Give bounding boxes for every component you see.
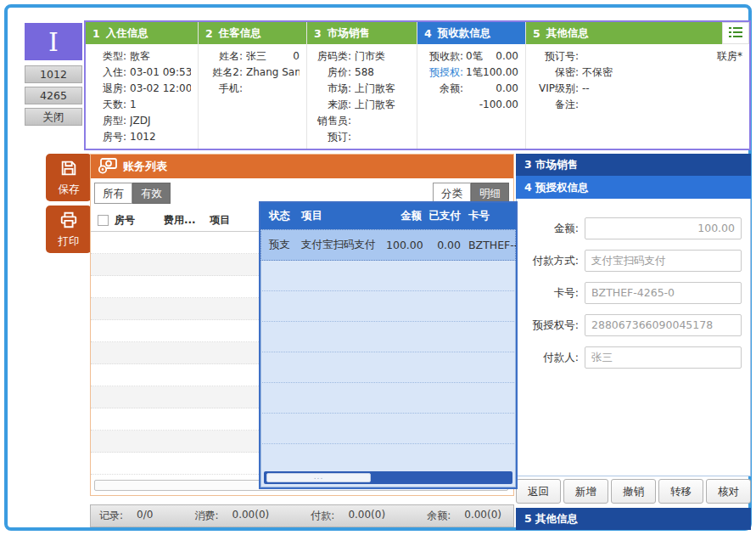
section-title: 住客信息 — [219, 26, 261, 41]
preauth-number-label: 预授权号: — [517, 318, 585, 333]
room-tab-1012[interactable]: 1012 — [25, 65, 82, 83]
form-row-payer: 付款人: 张三 — [517, 346, 750, 369]
guest-info-panel: 1 入住信息 类型:散客 入住:03-01 09:53 退房:03-02 12:… — [84, 20, 751, 150]
save-button[interactable]: 保存 — [46, 154, 92, 201]
popup-empty-row — [260, 322, 516, 352]
popup-column-paid[interactable]: 已支付 — [422, 209, 461, 223]
accordion-other-info[interactable]: 5 其他信息 — [516, 508, 751, 530]
field-value: 不保密 — [582, 65, 613, 81]
preauth-count: 1笔 — [466, 65, 483, 81]
joint-room-link[interactable]: 联房* — [717, 48, 742, 65]
section-number: 5 — [533, 27, 540, 40]
back-button[interactable]: 返回 — [516, 479, 561, 504]
status-label: 付款: — [311, 509, 334, 523]
section-title: 其他信息 — [546, 26, 589, 41]
field-label: 预订号: — [529, 48, 579, 65]
preauth-form: 金额: 100.00 付款方式: 支付宝扫码支付 卡号: BZTHEF-4265… — [516, 199, 751, 476]
payer-field[interactable]: 张三 — [585, 346, 742, 369]
section-guest-info: 2 住客信息 姓名:张三0 姓名2:Zhang San 手机: — [198, 22, 306, 149]
row-item: 支付宝扫码支付 — [301, 238, 386, 252]
select-all-checkbox[interactable] — [98, 215, 109, 226]
tab-valid[interactable]: 有效 — [132, 183, 171, 204]
section-market-body: 房码类:门市类 房价:588 市场:上门散客 来源:上门散客 销售员: 预订: — [307, 44, 417, 145]
popup-empty-row — [260, 291, 516, 322]
field-label: 姓名: — [202, 48, 243, 65]
field-label: 退房: — [89, 81, 126, 97]
field-value: 门市类 — [355, 48, 385, 65]
verify-button[interactable]: 核对 — [706, 479, 751, 504]
status-value: 0.00(0) — [464, 509, 501, 523]
tab-all[interactable]: 所有 — [94, 183, 132, 204]
status-consumption: 消费:0.00(0) — [194, 509, 269, 523]
window-frame: I 1012 4265 关闭 1 入住信息 类型:散客 入住:03-01 09:… — [4, 4, 752, 531]
section-number: 1 — [92, 27, 100, 40]
popup-column-amount[interactable]: 金额 — [386, 209, 422, 223]
add-button[interactable]: 新增 — [563, 479, 608, 504]
close-tab-button[interactable]: 关闭 — [25, 108, 82, 126]
status-records: 记录:0/0 — [99, 509, 153, 523]
field-value: 588 — [355, 65, 374, 81]
list-menu-button[interactable] — [722, 22, 749, 44]
popup-scrollbar-thumb[interactable]: ... — [266, 473, 371, 482]
print-icon — [59, 211, 78, 232]
field-value: JZDJ — [130, 113, 151, 129]
field-value: Zhang San — [246, 65, 300, 81]
payment-method-field[interactable]: 支付宝扫码支付 — [585, 250, 742, 272]
balance-amount: 0.00 — [496, 81, 518, 97]
field-label: 市场: — [311, 81, 351, 97]
row-status: 预支 — [260, 238, 301, 252]
deposit-count: 0笔 — [466, 48, 483, 65]
card-number-field[interactable]: BZTHEF-4265-0 — [585, 282, 742, 304]
form-row-amount: 金额: 100.00 — [517, 217, 750, 239]
field-label: 预订: — [311, 129, 351, 145]
field-label: 房号: — [89, 129, 126, 145]
section-checkin-header[interactable]: 1 入住信息 — [86, 22, 198, 44]
account-list-header: 账务列表 — [91, 155, 513, 178]
popup-empty-row — [260, 352, 516, 383]
print-button[interactable]: 打印 — [46, 206, 92, 253]
preauth-link[interactable]: 预授权: — [421, 65, 463, 81]
preauth-number-field[interactable]: 288067366090045178 — [585, 314, 742, 336]
section-deposit-header[interactable]: 4 预收款信息 — [417, 22, 525, 44]
transfer-button[interactable]: 转移 — [658, 479, 703, 504]
column-fee[interactable]: 费用... — [159, 213, 204, 228]
list-icon — [729, 25, 742, 42]
field-label: 房价: — [311, 65, 351, 81]
room-tab-4265[interactable]: 4265 — [25, 87, 82, 104]
column-room[interactable]: 房号 — [111, 213, 159, 228]
payer-value: 张三 — [585, 347, 741, 368]
field-value: 张三 — [246, 48, 266, 65]
amount-field[interactable]: 100.00 — [585, 217, 742, 239]
field-label: 预收款: — [421, 48, 463, 65]
field-label: 销售员: — [311, 113, 351, 129]
accordion-market-sales[interactable]: 3 市场销售 — [516, 154, 751, 176]
section-other-header[interactable]: 5 其他信息 — [526, 22, 722, 44]
revoke-button[interactable]: 撤销 — [611, 479, 656, 504]
hotel-pms-screen: I 1012 4265 关闭 1 入住信息 类型:散客 入住:03-01 09:… — [0, 0, 756, 535]
preauth-number-value: 288067366090045178 — [585, 315, 741, 335]
popup-row-selected[interactable]: 预支 支付宝扫码支付 100.00 0.00 BZTHEF-- — [260, 229, 516, 261]
section-checkin-body: 类型:散客 入住:03-01 09:53 退房:03-02 12:00 天数:1… — [86, 44, 198, 145]
save-icon — [59, 159, 78, 180]
popup-column-card[interactable]: 卡号 — [461, 209, 516, 223]
section-market-sales: 3 市场销售 房码类:门市类 房价:588 市场:上门散客 来源:上门散客 销售… — [306, 22, 417, 149]
form-row-preauth-number: 预授权号: 288067366090045178 — [517, 314, 750, 336]
deposit-amount: 0.00 — [496, 48, 518, 65]
section-guest-body: 姓名:张三0 姓名2:Zhang San 手机: — [199, 44, 306, 97]
print-label: 打印 — [59, 234, 80, 249]
amount-value: 100.00 — [585, 218, 741, 239]
section-other-body: 预订号:联房* 保密:不保密 VIP级别:-- 备注: — [526, 44, 749, 113]
section-guest-header[interactable]: 2 住客信息 — [199, 22, 306, 44]
popup-column-item[interactable]: 项目 — [301, 209, 386, 223]
accordion-preauth-info[interactable]: 4 预授权信息 — [516, 176, 751, 199]
field-value: 上门散客 — [355, 97, 395, 113]
preauth-amount: 100.00 — [483, 65, 518, 81]
section-market-header[interactable]: 3 市场销售 — [307, 22, 417, 44]
section-number: 4 — [424, 27, 432, 40]
popup-column-status[interactable]: 状态 — [260, 209, 301, 223]
app-logo: I — [25, 23, 82, 60]
guest-count: 0 — [293, 48, 300, 65]
row-card: BZTHEF-- — [461, 239, 516, 251]
popup-scrollbar[interactable]: ... — [264, 471, 512, 484]
popup-empty-row — [260, 261, 516, 291]
